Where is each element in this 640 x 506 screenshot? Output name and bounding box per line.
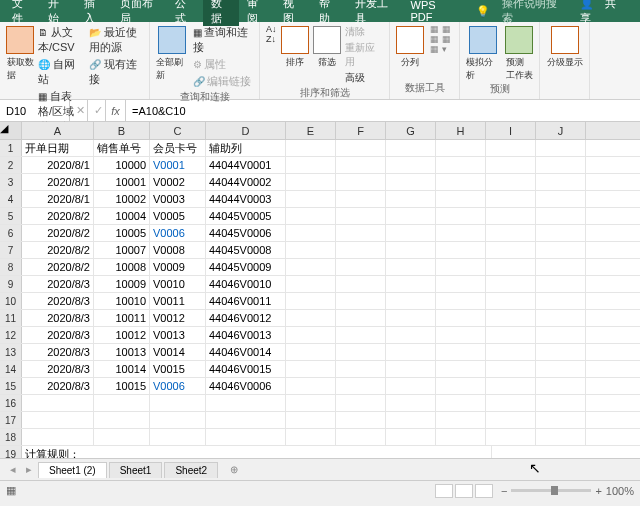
cell[interactable]: 2020/8/1	[22, 157, 94, 173]
cell[interactable]: V0015	[150, 361, 206, 377]
cell[interactable]: V0012	[150, 310, 206, 326]
cell[interactable]: 10014	[94, 361, 150, 377]
cell[interactable]: 2020/8/2	[22, 242, 94, 258]
cell[interactable]: 10005	[94, 225, 150, 241]
tab-nav-prev[interactable]: ◂	[6, 463, 20, 476]
refresh-all[interactable]: 全部刷新	[156, 24, 189, 90]
cell[interactable]: 10000	[94, 157, 150, 173]
cell[interactable]: V0014	[150, 344, 206, 360]
from-table[interactable]: ▦ 自表格/区域	[38, 88, 85, 120]
advanced[interactable]: 高级	[345, 70, 383, 86]
cell[interactable]: 10001	[94, 174, 150, 190]
view-layout[interactable]	[455, 484, 473, 498]
sheet-tab[interactable]: Sheet1	[109, 462, 163, 478]
edit-links[interactable]: 🔗 编辑链接	[193, 73, 253, 90]
row-header[interactable]: 8	[0, 259, 22, 275]
select-all-corner[interactable]: ◢	[0, 122, 22, 139]
cell[interactable]: 2020/8/1	[22, 174, 94, 190]
cell[interactable]: 44046V0015	[206, 361, 286, 377]
col-header[interactable]: F	[336, 122, 386, 139]
row-header[interactable]: 18	[0, 429, 22, 445]
from-web[interactable]: 🌐 自网站	[38, 56, 85, 88]
cell[interactable]: 10012	[94, 327, 150, 343]
from-csv[interactable]: 🗎 从文本/CSV	[38, 24, 85, 56]
view-break[interactable]	[475, 484, 493, 498]
col-header[interactable]: J	[536, 122, 586, 139]
row-header[interactable]: 7	[0, 242, 22, 258]
row-header[interactable]: 15	[0, 378, 22, 394]
cell[interactable]	[94, 429, 150, 445]
cell[interactable]: 2020/8/2	[22, 259, 94, 275]
cell[interactable]: 10010	[94, 293, 150, 309]
cell[interactable]	[22, 395, 94, 411]
cell[interactable]: 2020/8/3	[22, 344, 94, 360]
cell[interactable]: 44044V0002	[206, 174, 286, 190]
cell[interactable]: 44046V0012	[206, 310, 286, 326]
cell[interactable]: 2020/8/3	[22, 378, 94, 394]
row-header[interactable]: 19	[0, 446, 22, 458]
cell[interactable]: 44045V0008	[206, 242, 286, 258]
col-header[interactable]: E	[286, 122, 336, 139]
cell[interactable]: 10002	[94, 191, 150, 207]
cell[interactable]: 44045V0009	[206, 259, 286, 275]
zoom-slider[interactable]	[511, 489, 591, 492]
cell[interactable]: V0008	[150, 242, 206, 258]
cell[interactable]	[286, 140, 336, 156]
spreadsheet-grid[interactable]: ◢ A B C D E F G H I J 1开单日期销售单号会员卡号辅助列22…	[0, 122, 640, 458]
cell[interactable]: 2020/8/3	[22, 310, 94, 326]
sort-button[interactable]: 排序	[281, 24, 309, 86]
row-header[interactable]: 13	[0, 344, 22, 360]
cell[interactable]: V0005	[150, 208, 206, 224]
col-header[interactable]: B	[94, 122, 150, 139]
cell[interactable]: V0013	[150, 327, 206, 343]
row-header[interactable]: 1	[0, 140, 22, 156]
cell[interactable]	[22, 429, 94, 445]
cell[interactable]: 开单日期	[22, 140, 94, 156]
col-header[interactable]: G	[386, 122, 436, 139]
sheet-tab[interactable]: Sheet1 (2)	[38, 462, 107, 478]
menu-wps[interactable]: WPS PDF	[403, 0, 464, 23]
clear-filter[interactable]: 清除	[345, 24, 383, 40]
get-data-button[interactable]: 获取数 据	[6, 24, 34, 120]
row-header[interactable]: 10	[0, 293, 22, 309]
cell[interactable]: 会员卡号	[150, 140, 206, 156]
whatif[interactable]: 模拟分析	[466, 24, 499, 82]
cell[interactable]	[94, 412, 150, 428]
cell[interactable]: 10013	[94, 344, 150, 360]
cell[interactable]	[150, 395, 206, 411]
cell[interactable]: 2020/8/1	[22, 191, 94, 207]
add-sheet-button[interactable]: ⊕	[220, 462, 248, 477]
cell[interactable]: V0006	[150, 225, 206, 241]
text-to-cols[interactable]: 分列	[396, 24, 424, 69]
cell[interactable]	[206, 395, 286, 411]
cell[interactable]: 计算规则：	[22, 446, 492, 458]
cell[interactable]	[150, 429, 206, 445]
cell[interactable]: 44046V0011	[206, 293, 286, 309]
cell[interactable]: V0010	[150, 276, 206, 292]
cell[interactable]: 44046V0010	[206, 276, 286, 292]
row-header[interactable]: 9	[0, 276, 22, 292]
cell[interactable]	[94, 395, 150, 411]
cell[interactable]: 44046V0014	[206, 344, 286, 360]
cell[interactable]: 10004	[94, 208, 150, 224]
filter-button[interactable]: 筛选	[313, 24, 341, 86]
outline[interactable]: 分级显示	[546, 24, 583, 69]
row-header[interactable]: 14	[0, 361, 22, 377]
tab-nav-next[interactable]: ▸	[22, 463, 36, 476]
row-header[interactable]: 4	[0, 191, 22, 207]
row-header[interactable]: 3	[0, 174, 22, 190]
cell[interactable]: 44045V0006	[206, 225, 286, 241]
cell[interactable]: V0011	[150, 293, 206, 309]
zoom-level[interactable]: 100%	[606, 485, 634, 497]
col-header[interactable]: C	[150, 122, 206, 139]
row-header[interactable]: 2	[0, 157, 22, 173]
cell[interactable]: 10015	[94, 378, 150, 394]
cell[interactable]: 销售单号	[94, 140, 150, 156]
row-header[interactable]: 17	[0, 412, 22, 428]
cell[interactable]: 2020/8/3	[22, 293, 94, 309]
cell[interactable]: 10008	[94, 259, 150, 275]
row-header[interactable]: 16	[0, 395, 22, 411]
row-header[interactable]: 12	[0, 327, 22, 343]
zoom-out[interactable]: −	[501, 485, 507, 497]
cell[interactable]: V0009	[150, 259, 206, 275]
